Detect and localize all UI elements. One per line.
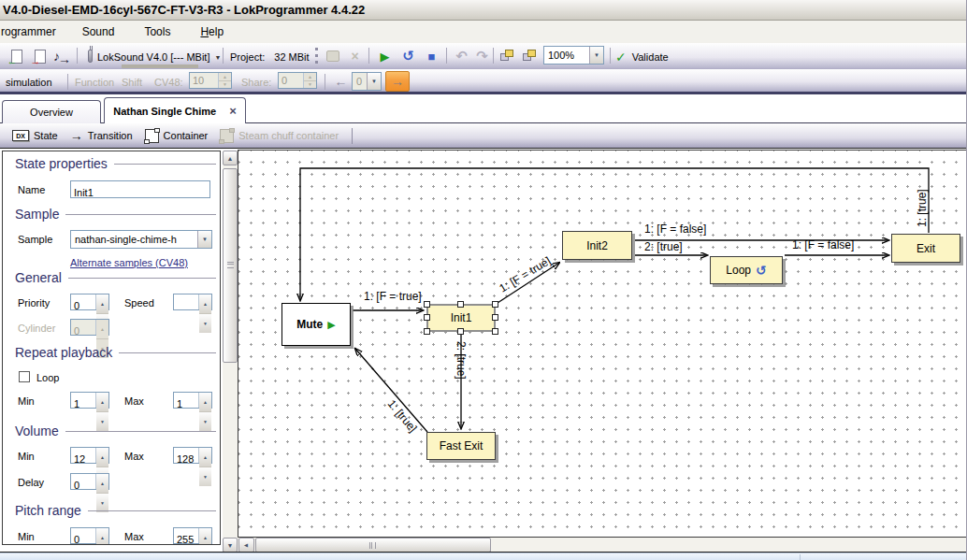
edge-fastexit-mute[interactable] (355, 349, 427, 432)
chevron-down-icon[interactable]: ▼ (589, 47, 603, 64)
max-label: Max (124, 527, 144, 545)
state-icon: DX (12, 130, 29, 141)
spin-up-button[interactable]: ▲ (199, 448, 211, 467)
scroll-left-button[interactable]: ▼ (238, 538, 254, 553)
spin-up-button[interactable]: ▲ (96, 528, 108, 545)
scroll-down-button[interactable]: ▼ (223, 538, 238, 553)
toolbar-grip[interactable] (315, 48, 318, 64)
spin-up-button[interactable]: ▲ (199, 528, 211, 545)
step-combo[interactable]: 0 ▼ (352, 72, 382, 91)
spin-up-button[interactable]: ▲ (219, 73, 231, 81)
shift-button[interactable]: Shift (122, 71, 142, 93)
volume-min-spinner[interactable]: 12 ▲▼ (70, 447, 109, 464)
spin-up-button[interactable]: ▲ (199, 393, 211, 412)
loop-checkbox[interactable] (19, 371, 30, 382)
panel-scrollbar[interactable]: ▲ ▼ (223, 151, 238, 553)
export-sound-button[interactable]: ♪ → (52, 46, 74, 66)
node-loop[interactable]: Loop ↺ (710, 256, 783, 284)
delay-spinner[interactable]: 0 ▲▼ (70, 473, 109, 490)
zoom-out-button[interactable] (519, 46, 541, 66)
node-fast-exit[interactable]: Fast Exit (426, 432, 496, 460)
step-back-button[interactable]: ← (330, 71, 352, 92)
name-input[interactable]: Init1 (70, 180, 210, 198)
cancel-button[interactable]: × (344, 46, 366, 66)
selection-handle[interactable] (424, 328, 430, 335)
add-container-button[interactable]: Container (142, 127, 211, 145)
titlebar[interactable]: V4.0-Diesel-EMD-16cyl-567C-FT-V3-R3 - Lo… (0, 0, 966, 21)
node-init2[interactable]: Init2 (562, 231, 632, 260)
right-arrow-icon: → (391, 74, 404, 89)
close-tab-icon[interactable]: × (229, 104, 237, 118)
spinner-arrows: ▲▼ (198, 294, 211, 309)
tab-overview[interactable]: Overview (2, 100, 101, 123)
undo-button[interactable]: ↶ (451, 46, 472, 66)
volume-max-spinner[interactable]: 128 ▲▼ (173, 447, 212, 464)
spin-down-button[interactable]: ▼ (304, 81, 316, 89)
node-init1[interactable]: Init1 (426, 304, 496, 332)
scrollbar-thumb[interactable] (223, 168, 238, 363)
tab-nathan-single-chime[interactable]: Nathan Single Chime × (104, 97, 246, 123)
spin-up-button[interactable]: ▲ (304, 73, 316, 81)
canvas-horizontal-scrollbar[interactable]: ▼ (238, 537, 967, 553)
open-file-button[interactable]: ← (6, 46, 27, 66)
repeat-max-spinner[interactable]: 1 ▲▼ (173, 392, 212, 409)
priority-spinner[interactable]: 0 ▲▼ (70, 294, 109, 310)
state-diagram-canvas[interactable]: 1: [F = true] 1: [F = true] 2: [true] 1:… (238, 150, 967, 537)
loop-row: Loop (3, 368, 220, 387)
zoom-in-button[interactable] (497, 46, 518, 66)
add-transition-button[interactable]: → Transition (67, 126, 136, 145)
spin-up-button[interactable]: ▲ (96, 393, 108, 412)
add-state-button[interactable]: DX State (9, 128, 61, 143)
speed-spinner[interactable]: ▲▼ (173, 294, 212, 310)
state-properties-header: State properties (3, 155, 216, 171)
spinner-arrows: ▲▼ (95, 448, 108, 463)
pitch-max-spinner[interactable]: 255 ▲▼ (173, 527, 212, 544)
status-divider (800, 554, 801, 560)
simulation-toolbar: simulation Function Shift CV48: 10 ▲▼ Sh… (0, 69, 966, 94)
function-button[interactable]: Function (75, 71, 114, 93)
redo-button[interactable]: ↷ (471, 46, 493, 66)
selection-handle[interactable] (492, 314, 498, 321)
sample-combo[interactable]: nathan-single-chime-h ▼ (70, 230, 212, 249)
min-label: Min (18, 527, 35, 545)
pitch-min-spinner[interactable]: 0 ▲▼ (70, 527, 109, 544)
menu-tools[interactable]: Tools (135, 22, 180, 41)
add-steam-chuff-container-button[interactable]: Steam chuff container (217, 127, 341, 145)
scrollbar-thumb[interactable] (255, 538, 491, 553)
selection-handle[interactable] (492, 328, 498, 335)
share-spinner[interactable]: 0 ▲▼ (278, 72, 317, 89)
step-forward-button[interactable]: → (385, 71, 410, 92)
spin-up-button[interactable]: ▲ (96, 294, 108, 314)
node-mute[interactable]: Mute ▶ (281, 303, 351, 346)
selection-handle[interactable] (457, 301, 464, 308)
loop-playback-button[interactable]: ↺ (397, 46, 419, 66)
menu-sound[interactable]: Sound (73, 22, 124, 41)
chevron-down-icon[interactable]: ▼ (367, 73, 381, 90)
menu-help[interactable]: Help (191, 22, 233, 41)
zoom-level-combo[interactable]: 100% ▼ (543, 46, 604, 65)
selection-handle[interactable] (424, 301, 430, 308)
selection-handle[interactable] (492, 301, 498, 308)
spinner-arrows: ▲▼ (95, 393, 108, 408)
stop-button[interactable]: ■ (421, 46, 442, 66)
step-value: 0 (353, 76, 367, 87)
spin-up-button[interactable]: ▲ (199, 294, 211, 314)
selection-handle[interactable] (424, 314, 430, 321)
spin-up-button[interactable]: ▲ (96, 474, 108, 494)
selection-handle[interactable] (457, 328, 464, 335)
write-to-decoder-button[interactable] (322, 46, 343, 66)
node-exit[interactable]: Exit (891, 234, 960, 263)
validate-button[interactable]: ✓ Validate (615, 46, 669, 68)
write-file-button[interactable]: → (29, 46, 51, 66)
scroll-up-button[interactable]: ▲ (223, 151, 238, 165)
chevron-down-icon[interactable]: ▼ (197, 231, 211, 248)
cv48-spinner[interactable]: 10 ▲▼ (189, 72, 232, 89)
repeat-min-spinner[interactable]: 1 ▲▼ (70, 392, 109, 409)
project-label: Project: (230, 51, 265, 63)
play-button[interactable]: ▶ (374, 46, 396, 66)
menu-programmer[interactable]: rogrammer (0, 22, 65, 41)
spin-up-button[interactable]: ▲ (96, 320, 108, 339)
spin-up-button[interactable]: ▲ (96, 448, 108, 467)
cylinder-spinner[interactable]: 0 ▲▼ (70, 319, 109, 336)
spin-down-button[interactable]: ▼ (219, 81, 231, 89)
